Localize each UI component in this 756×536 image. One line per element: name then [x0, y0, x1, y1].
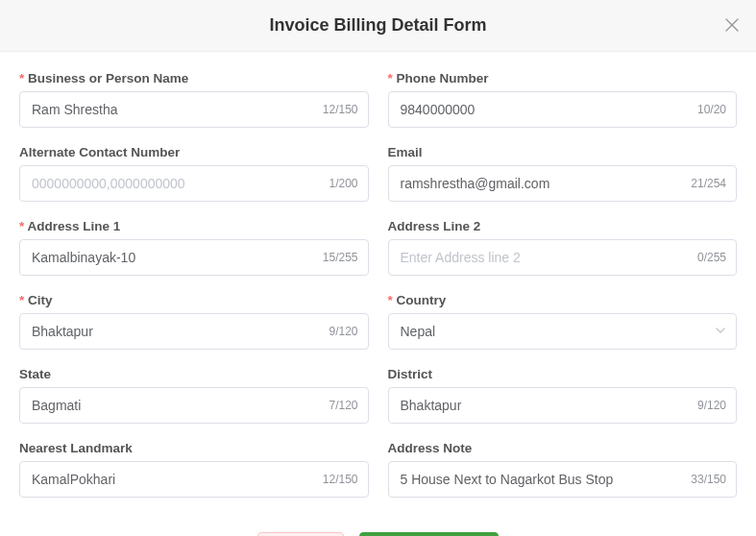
landmark-count: 12/150 [323, 473, 368, 486]
modal-header: Invoice Billing Detail Form [0, 0, 756, 52]
city-label: City [19, 293, 369, 307]
landmark-input[interactable] [20, 462, 323, 497]
business-name-input[interactable] [20, 92, 323, 127]
note-field-wrap: 33/150 [388, 461, 738, 498]
landmark-field-wrap: 12/150 [19, 461, 369, 498]
form-body: Business or Person Name 12/150 Phone Num… [0, 52, 756, 515]
landmark-label: Nearest Landmark [19, 441, 369, 455]
district-count: 9/120 [697, 399, 736, 412]
business-name-field-wrap: 12/150 [19, 91, 369, 128]
business-name-count: 12/150 [323, 103, 368, 116]
phone-input[interactable] [389, 92, 697, 127]
phone-count: 10/20 [697, 103, 736, 116]
address2-count: 0/255 [697, 251, 736, 264]
address1-field-wrap: 15/255 [19, 239, 369, 276]
modal-title: Invoice Billing Detail Form [269, 15, 486, 35]
close-icon[interactable] [725, 17, 739, 35]
invoice-billing-modal: Invoice Billing Detail Form Business or … [0, 0, 756, 536]
country-label: Country [388, 293, 738, 307]
phone-label: Phone Number [388, 71, 738, 85]
email-label: Email [388, 145, 738, 159]
note-count: 33/150 [691, 473, 736, 486]
state-count: 7/120 [329, 399, 367, 412]
address1-input[interactable] [20, 240, 323, 275]
alt-contact-label: Alternate Contact Number [19, 145, 369, 159]
country-value: Nepal [401, 324, 436, 339]
phone-field-wrap: 10/20 [388, 91, 738, 128]
chevron-down-icon [715, 324, 726, 339]
district-field-wrap: 9/120 [388, 387, 738, 424]
note-label: Address Note [388, 441, 738, 455]
address2-field-wrap: 0/255 [388, 239, 738, 276]
modal-footer: Cancel Update Address [0, 515, 756, 536]
cancel-button[interactable]: Cancel [257, 532, 344, 536]
alt-contact-field-wrap: 1/200 [19, 165, 369, 202]
state-input[interactable] [20, 388, 329, 423]
city-count: 9/120 [329, 325, 367, 338]
address2-input[interactable] [389, 240, 697, 275]
country-select[interactable]: Nepal [388, 313, 738, 350]
address1-count: 15/255 [323, 251, 368, 264]
state-label: State [19, 367, 369, 381]
business-name-label: Business or Person Name [19, 71, 369, 85]
email-input[interactable] [389, 166, 692, 201]
district-label: District [388, 367, 738, 381]
address2-label: Address Line 2 [388, 219, 738, 233]
note-input[interactable] [389, 462, 692, 497]
city-field-wrap: 9/120 [19, 313, 369, 350]
update-address-button[interactable]: Update Address [359, 532, 500, 536]
email-count: 21/254 [691, 177, 736, 190]
city-input[interactable] [20, 314, 329, 349]
email-field-wrap: 21/254 [388, 165, 738, 202]
district-input[interactable] [389, 388, 697, 423]
state-field-wrap: 7/120 [19, 387, 369, 424]
alt-contact-count: 1/200 [329, 177, 367, 190]
alt-contact-input[interactable] [20, 166, 329, 201]
address1-label: Address Line 1 [19, 219, 369, 233]
